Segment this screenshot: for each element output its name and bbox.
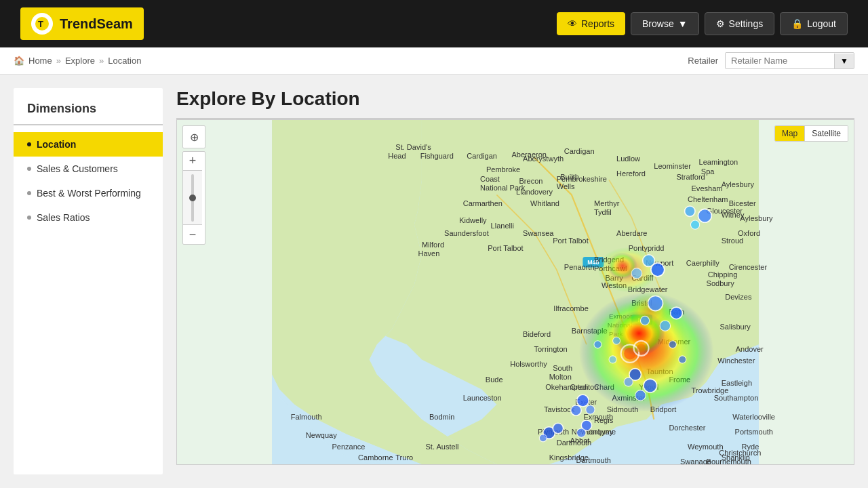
- svg-text:Bodmin: Bodmin: [429, 413, 454, 421]
- svg-text:Bude: Bude: [486, 375, 503, 384]
- map-type-satellite-button[interactable]: Satellite: [805, 126, 848, 141]
- svg-point-150: [553, 423, 563, 433]
- svg-text:Leamington: Leamington: [699, 158, 738, 166]
- zoom-out-button[interactable]: −: [183, 225, 202, 244]
- svg-text:Llandovery: Llandovery: [516, 188, 553, 196]
- svg-text:Falmouth: Falmouth: [291, 413, 322, 421]
- svg-point-151: [539, 434, 547, 442]
- svg-text:Whitland: Whitland: [530, 199, 559, 207]
- map-container[interactable]: M48 M5 Leominster Leamington Spa Aylesbu…: [176, 119, 854, 465]
- logo[interactable]: T TrendSeam: [20, 7, 144, 40]
- bullet-location: [27, 142, 31, 146]
- svg-text:St. David's: St. David's: [395, 143, 431, 151]
- svg-text:Penaorth: Penaorth: [564, 263, 595, 271]
- sidebar-label-best-worst: Best & Worst Performing: [37, 188, 141, 199]
- retailer-name-input[interactable]: [726, 53, 834, 68]
- svg-text:Kidwelly: Kidwelly: [459, 216, 487, 224]
- header: T TrendSeam 👁 Reports Browse ▼ ⚙ Setting…: [0, 0, 868, 47]
- zoom-slider[interactable]: [183, 171, 202, 225]
- svg-text:Molton: Molton: [549, 373, 572, 381]
- browse-button[interactable]: Browse ▼: [631, 12, 699, 35]
- reports-button[interactable]: 👁 Reports: [557, 12, 625, 35]
- svg-point-133: [660, 321, 670, 331]
- zoom-thumb: [189, 195, 196, 201]
- svg-text:South: South: [553, 364, 572, 372]
- svg-text:Merthyr: Merthyr: [594, 199, 620, 207]
- reports-label: Reports: [581, 18, 614, 29]
- svg-text:Builth: Builth: [560, 173, 579, 181]
- svg-point-139: [644, 379, 657, 392]
- breadcrumb-bar: 🏠 Home » Explore » Location Retailer ▼: [0, 47, 868, 75]
- svg-point-158: [679, 356, 686, 363]
- retailer-select-wrapper: ▼: [725, 52, 854, 69]
- svg-text:Tydfil: Tydfil: [594, 208, 612, 216]
- breadcrumb-explore[interactable]: Explore: [65, 56, 95, 66]
- sidebar-item-best-worst[interactable]: Best & Worst Performing: [14, 181, 163, 205]
- svg-text:Chipping: Chipping: [708, 270, 738, 279]
- breadcrumb-location: Location: [108, 56, 141, 66]
- svg-text:Wells: Wells: [557, 182, 575, 190]
- svg-point-156: [609, 356, 616, 363]
- svg-text:Aberdare: Aberdare: [616, 229, 647, 237]
- map-section: Explore By Location: [176, 88, 854, 474]
- svg-text:Carmarthen: Carmarthen: [463, 199, 502, 207]
- svg-text:Southampton: Southampton: [714, 394, 759, 402]
- svg-text:Port Talbot: Port Talbot: [553, 237, 589, 245]
- svg-text:Haven: Haven: [418, 249, 439, 258]
- svg-text:Coast: Coast: [480, 175, 500, 183]
- svg-text:Ludlow: Ludlow: [616, 155, 640, 163]
- breadcrumb-home[interactable]: Home: [28, 56, 52, 66]
- svg-text:Andover: Andover: [736, 345, 764, 353]
- svg-point-130: [690, 220, 699, 229]
- svg-text:Christchurch: Christchurch: [719, 449, 761, 457]
- svg-text:Aylesbury: Aylesbury: [722, 180, 755, 188]
- map-pan-button[interactable]: ⊕: [182, 125, 205, 148]
- svg-text:Ilfracombe: Ilfracombe: [553, 304, 589, 312]
- map-zoom-control: + −: [182, 151, 205, 245]
- retailer-dropdown-button[interactable]: ▼: [834, 54, 854, 68]
- svg-text:Stratford: Stratford: [676, 173, 705, 181]
- eye-icon: 👁: [568, 18, 577, 29]
- svg-text:Evesham: Evesham: [692, 184, 723, 192]
- chevron-down-icon: ▼: [678, 18, 688, 29]
- svg-text:Head: Head: [388, 152, 406, 160]
- svg-point-132: [648, 296, 663, 311]
- bullet-sales: [27, 167, 31, 171]
- zoom-in-button[interactable]: +: [183, 152, 202, 171]
- svg-text:Salisbury: Salisbury: [719, 323, 751, 331]
- svg-text:Pembroke: Pembroke: [486, 165, 520, 174]
- svg-text:Sodbury: Sodbury: [707, 279, 735, 287]
- sidebar-item-sales[interactable]: Sales & Customers: [14, 157, 163, 181]
- retailer-filter: Retailer ▼: [688, 52, 854, 69]
- map-controls: ⊕ + −: [182, 125, 205, 245]
- sidebar-item-location[interactable]: Location: [14, 132, 163, 157]
- sidebar-item-sales-ratios[interactable]: Sales Ratios: [14, 205, 163, 230]
- svg-text:Saundersfoot: Saundersfoot: [444, 229, 489, 237]
- svg-text:Dartmouth: Dartmouth: [576, 456, 611, 464]
- svg-text:Tavistock: Tavistock: [544, 405, 575, 413]
- svg-point-153: [577, 428, 586, 437]
- breadcrumb-sep-2: »: [99, 56, 104, 66]
- svg-text:Winchester: Winchester: [717, 357, 755, 365]
- svg-text:Holsworthy: Holsworthy: [510, 360, 547, 368]
- settings-label: Settings: [729, 18, 764, 29]
- svg-point-148: [586, 405, 595, 414]
- svg-text:Bideford: Bideford: [523, 330, 551, 338]
- bullet-sales-ratios: [27, 216, 31, 220]
- nav-buttons: 👁 Reports Browse ▼ ⚙ Settings 🔒 Logout: [557, 12, 848, 35]
- svg-text:Aylesbury: Aylesbury: [740, 214, 773, 222]
- logo-text: TrendSeam: [60, 16, 133, 32]
- svg-text:Stroud: Stroud: [722, 237, 744, 245]
- svg-text:Cheltenham: Cheltenham: [688, 195, 728, 203]
- map-type-map-button[interactable]: Map: [775, 126, 804, 141]
- svg-text:Camborne: Camborne: [358, 453, 393, 462]
- settings-button[interactable]: ⚙ Settings: [705, 12, 775, 35]
- logout-button[interactable]: 🔒 Logout: [780, 12, 848, 35]
- svg-text:Cardigan: Cardigan: [564, 147, 595, 155]
- svg-point-131: [671, 307, 683, 319]
- svg-text:Cardigan: Cardigan: [467, 152, 497, 160]
- logout-label: Logout: [807, 18, 836, 29]
- svg-text:Portsmouth: Portsmouth: [735, 428, 773, 436]
- svg-text:Penzance: Penzance: [332, 443, 365, 451]
- page-title: Explore By Location: [176, 88, 854, 110]
